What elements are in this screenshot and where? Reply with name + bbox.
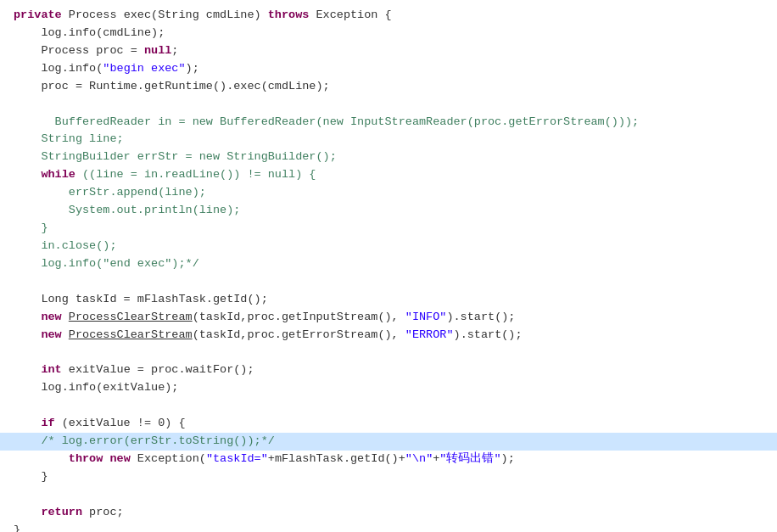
code-token: new bbox=[109, 452, 130, 465]
code-line: BufferedReader in = new BufferedReader(n… bbox=[0, 114, 777, 132]
code-line: int exitValue = proc.waitFor(); bbox=[0, 361, 777, 379]
code-token bbox=[14, 506, 41, 518]
code-line: } bbox=[0, 220, 777, 238]
code-line: throw new Exception("taskId="+mFlashTask… bbox=[0, 451, 777, 468]
code-line bbox=[0, 486, 777, 504]
code-token: ).start(); bbox=[454, 328, 523, 341]
code-line: new ProcessClearStream(taskId,proc.getEr… bbox=[0, 327, 777, 344]
code-token: in.close(); bbox=[14, 239, 117, 252]
code-token: return bbox=[41, 506, 82, 518]
code-token: "ERROR" bbox=[405, 328, 454, 341]
code-token: ); bbox=[186, 62, 199, 75]
code-token: } bbox=[14, 524, 20, 532]
code-token: (exitValue != 0) { bbox=[55, 417, 186, 429]
code-token: exitValue = proc.waitFor(); bbox=[62, 363, 254, 376]
code-token: throws bbox=[268, 8, 310, 21]
code-line: log.info(cmdLine); bbox=[0, 25, 777, 42]
code-line: if (exitValue != 0) { bbox=[0, 415, 777, 433]
code-line: /* log.error(errStr.toString());*/ bbox=[0, 433, 777, 451]
code-token: );*/ bbox=[171, 257, 198, 270]
code-line: private Process exec(String cmdLine) thr… bbox=[0, 7, 777, 25]
code-line: log.info(exitValue); bbox=[0, 379, 777, 397]
code-line bbox=[0, 273, 777, 291]
code-block: private Process exec(String cmdLine) thr… bbox=[0, 0, 777, 532]
code-token: /* bbox=[14, 434, 62, 447]
code-token: errStr.append(line); bbox=[14, 186, 206, 199]
code-token bbox=[14, 363, 41, 376]
code-token: System.out.println(line); bbox=[14, 204, 240, 216]
code-token: if bbox=[41, 417, 54, 429]
code-token: "\n" bbox=[405, 452, 433, 465]
code-token: ((line = in.readLine()) != null) { bbox=[75, 168, 316, 181]
code-token bbox=[62, 311, 69, 323]
code-token: log.info(cmdLine); bbox=[14, 26, 165, 39]
code-token: "begin exec" bbox=[103, 62, 185, 75]
code-line: } bbox=[0, 468, 777, 486]
code-line: while ((line = in.readLine()) != null) { bbox=[0, 166, 777, 184]
code-token bbox=[62, 328, 69, 341]
code-token: ; bbox=[171, 44, 178, 57]
code-line: StringBuilder errStr = new StringBuilder… bbox=[0, 148, 777, 166]
code-token: log.info( bbox=[14, 62, 103, 75]
code-line: proc = Runtime.getRuntime().exec(cmdLine… bbox=[0, 78, 777, 96]
code-token: Exception { bbox=[309, 8, 391, 21]
code-token bbox=[14, 417, 41, 429]
code-token: String line; bbox=[14, 132, 124, 145]
code-token: while bbox=[41, 168, 75, 181]
code-token: Exception( bbox=[131, 452, 206, 465]
code-token: BufferedReader in = new BufferedReader(n… bbox=[14, 115, 639, 128]
code-token: } bbox=[14, 470, 48, 483]
code-token: ProcessClearStream bbox=[69, 328, 193, 341]
code-line: Process proc = null; bbox=[0, 42, 777, 60]
code-token: +mFlashTask.getId()+ bbox=[268, 452, 405, 465]
code-line: Long taskId = mFlashTask.getId(); bbox=[0, 291, 777, 309]
code-line: String line; bbox=[0, 131, 777, 148]
code-token: } bbox=[14, 221, 48, 234]
code-token: Process proc = bbox=[14, 44, 144, 57]
code-token: ProcessClearStream bbox=[69, 311, 193, 323]
code-token: throw bbox=[69, 452, 103, 465]
code-token bbox=[14, 311, 41, 323]
code-token: int bbox=[41, 363, 61, 376]
code-line bbox=[0, 397, 777, 415]
code-token: null bbox=[144, 44, 171, 57]
code-token: (taskId,proc.getErrorStream(), bbox=[193, 328, 405, 341]
code-token: (taskId,proc.getInputStream(), bbox=[193, 311, 405, 323]
code-token: private bbox=[14, 8, 62, 21]
code-token bbox=[14, 328, 41, 341]
code-token: "转码出错" bbox=[439, 452, 500, 465]
code-line: return proc; bbox=[0, 504, 777, 522]
code-token: ).start(); bbox=[446, 311, 515, 323]
code-token: "taskId=" bbox=[206, 452, 268, 465]
code-token bbox=[14, 452, 69, 465]
code-line: log.info("begin exec"); bbox=[0, 60, 777, 78]
code-token: log.info( bbox=[14, 257, 103, 270]
code-token: proc = Runtime.getRuntime().exec(cmdLine… bbox=[14, 80, 330, 92]
code-token: log.error(errStr.toString());*/ bbox=[62, 434, 275, 447]
code-token: "INFO" bbox=[405, 311, 447, 323]
code-line bbox=[0, 96, 777, 114]
code-token: StringBuilder errStr = new StringBuilder… bbox=[14, 150, 337, 163]
code-line: errStr.append(line); bbox=[0, 184, 777, 202]
code-token: Long taskId = mFlashTask.getId(); bbox=[14, 293, 268, 305]
code-token: new bbox=[41, 311, 61, 323]
code-token: new bbox=[41, 328, 61, 341]
code-token: Process exec(String cmdLine) bbox=[62, 8, 268, 21]
code-token: ); bbox=[501, 452, 515, 465]
code-token bbox=[14, 168, 41, 181]
code-line bbox=[0, 344, 777, 362]
code-token: "end exec" bbox=[103, 257, 171, 270]
code-line: in.close(); bbox=[0, 238, 777, 255]
code-line: System.out.println(line); bbox=[0, 202, 777, 220]
code-line: log.info("end exec");*/ bbox=[0, 255, 777, 273]
code-token: proc; bbox=[82, 506, 124, 518]
code-token: log.info(exitValue); bbox=[14, 381, 178, 394]
code-line: new ProcessClearStream(taskId,proc.getIn… bbox=[0, 309, 777, 327]
code-line: } bbox=[0, 522, 777, 532]
